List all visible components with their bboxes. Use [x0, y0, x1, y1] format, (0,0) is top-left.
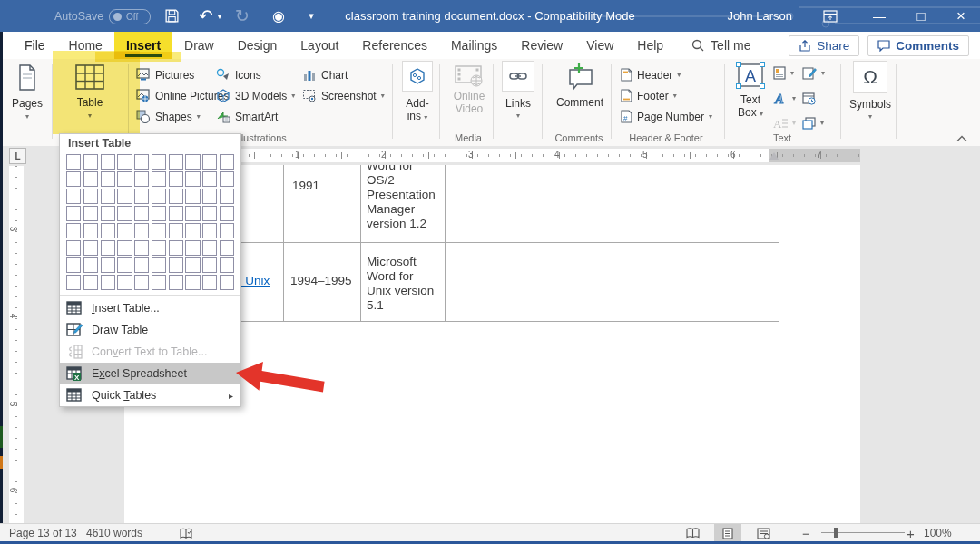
grid-cell[interactable]	[202, 189, 217, 204]
grid-cell[interactable]	[185, 275, 200, 290]
grid-cell[interactable]	[66, 240, 81, 256]
undo-dropdown-icon[interactable]: ▾	[214, 0, 225, 32]
grid-cell[interactable]	[117, 223, 132, 238]
grid-cell[interactable]	[220, 189, 234, 204]
grid-cell[interactable]	[117, 154, 132, 170]
ribbon-display-options-icon[interactable]	[815, 0, 846, 32]
object-button[interactable]: ▾	[802, 117, 824, 130]
web-layout-button[interactable]	[750, 524, 777, 542]
zoom-slider-handle[interactable]	[834, 528, 838, 538]
grid-cell[interactable]	[101, 154, 115, 170]
grid-cell[interactable]	[169, 257, 183, 273]
tab-layout[interactable]: Layout	[289, 32, 350, 59]
icons-button[interactable]: Icons	[216, 68, 261, 82]
table-size-grid[interactable]	[66, 154, 234, 290]
tab-references[interactable]: References	[350, 32, 439, 59]
grid-cell[interactable]	[117, 171, 132, 187]
grid-cell[interactable]	[83, 275, 98, 290]
grid-cell[interactable]	[66, 275, 81, 290]
grid-cell[interactable]	[117, 206, 132, 221]
zoom-out-button[interactable]: −	[802, 524, 810, 542]
tab-view[interactable]: View	[574, 32, 625, 59]
menu-item-draw-table[interactable]: Draw Table	[60, 319, 240, 341]
grid-cell[interactable]	[101, 275, 115, 290]
share-button[interactable]: Share	[789, 35, 859, 56]
vertical-ruler[interactable]: 3 4 5 6	[9, 166, 24, 523]
3d-models-button[interactable]: 3D Models▾	[216, 89, 295, 102]
grid-cell[interactable]	[152, 257, 166, 273]
grid-cell[interactable]	[152, 189, 166, 204]
grid-cell[interactable]	[66, 171, 81, 187]
tab-draw[interactable]: Draw	[172, 32, 226, 59]
proofing-icon[interactable]	[180, 524, 193, 542]
grid-cell[interactable]	[101, 206, 115, 221]
grid-cell[interactable]	[117, 257, 132, 273]
grid-cell[interactable]	[83, 171, 98, 187]
menu-item-quick-tables[interactable]: Quick Tables ▸	[60, 384, 240, 406]
grid-cell[interactable]	[117, 275, 132, 290]
grid-cell[interactable]	[169, 154, 183, 170]
grid-cell[interactable]	[83, 257, 98, 273]
grid-cell[interactable]	[220, 171, 234, 187]
grid-cell[interactable]	[169, 240, 183, 256]
grid-cell[interactable]	[169, 223, 183, 238]
doc-link-version-2[interactable]: ) Unix	[238, 274, 270, 288]
grid-cell[interactable]	[202, 171, 217, 187]
page-number-button[interactable]: # Page Number▾	[621, 110, 712, 123]
grid-cell[interactable]	[83, 154, 98, 170]
grid-cell[interactable]	[169, 206, 183, 221]
grid-cell[interactable]	[185, 240, 200, 256]
comments-button[interactable]: Comments	[867, 35, 969, 56]
zoom-in-button[interactable]: +	[906, 524, 915, 542]
grid-cell[interactable]	[185, 257, 200, 273]
grid-cell[interactable]	[152, 223, 166, 238]
grid-cell[interactable]	[185, 223, 200, 238]
grid-cell[interactable]	[202, 257, 217, 273]
tell-me[interactable]: Tell me	[691, 32, 750, 59]
grid-cell[interactable]	[220, 206, 234, 221]
chart-button[interactable]: Chart	[302, 68, 348, 82]
quick-parts-button[interactable]: ▾	[773, 66, 794, 80]
close-button[interactable]: ×	[946, 0, 976, 32]
grid-cell[interactable]	[152, 275, 166, 290]
save-icon[interactable]	[160, 0, 183, 32]
grid-cell[interactable]	[83, 189, 98, 204]
tab-mailings[interactable]: Mailings	[439, 32, 509, 59]
links-button[interactable]: Links ▾	[500, 61, 536, 120]
add-ins-button[interactable]: Add- ins ▾	[400, 61, 435, 122]
grid-cell[interactable]	[185, 154, 200, 170]
screenshot-button[interactable]: Screenshot▾	[302, 89, 385, 102]
pictures-button[interactable]: Pictures	[136, 68, 194, 82]
grid-cell[interactable]	[117, 189, 132, 204]
footer-button[interactable]: Footer▾	[621, 89, 677, 102]
tab-help[interactable]: Help	[625, 32, 675, 59]
grid-cell[interactable]	[101, 223, 115, 238]
grid-cell[interactable]	[134, 171, 149, 187]
grid-cell[interactable]	[169, 189, 183, 204]
grid-cell[interactable]	[169, 275, 183, 290]
grid-cell[interactable]	[134, 275, 149, 290]
print-layout-button[interactable]	[714, 524, 741, 542]
table-button[interactable]: Table ▾	[56, 63, 123, 120]
grid-cell[interactable]	[185, 189, 200, 204]
grid-cell[interactable]	[169, 171, 183, 187]
grid-cell[interactable]	[101, 171, 115, 187]
collapse-ribbon-icon[interactable]	[956, 130, 967, 146]
tab-home[interactable]: Home	[57, 32, 114, 59]
grid-cell[interactable]	[66, 206, 81, 221]
page-indicator[interactable]: Page 13 of 13	[9, 524, 77, 542]
grid-cell[interactable]	[134, 189, 149, 204]
grid-cell[interactable]	[152, 240, 166, 256]
grid-cell[interactable]	[83, 206, 98, 221]
smartart-button[interactable]: SmartArt	[216, 110, 278, 123]
wordart-button[interactable]: A ▾	[773, 92, 796, 105]
grid-cell[interactable]	[152, 206, 166, 221]
grid-cell[interactable]	[66, 223, 81, 238]
maximize-button[interactable]: □	[906, 0, 936, 32]
tab-file[interactable]: File	[13, 32, 57, 59]
signature-line-button[interactable]: ▾	[802, 66, 825, 80]
grid-cell[interactable]	[185, 206, 200, 221]
grid-cell[interactable]	[220, 223, 234, 238]
pages-button[interactable]: Pages ▾	[5, 64, 49, 121]
grid-cell[interactable]	[202, 206, 217, 221]
